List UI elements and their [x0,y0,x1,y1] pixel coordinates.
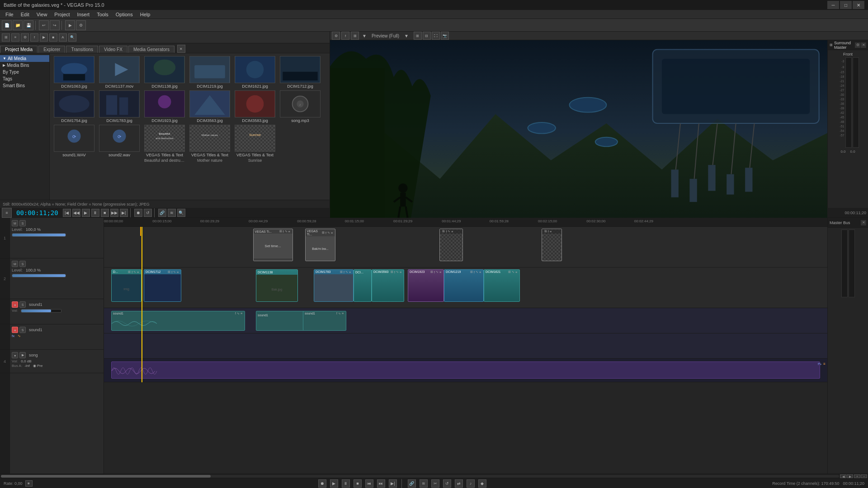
sb-play-btn[interactable]: ▶ [330,479,338,488]
menu-options[interactable]: Options [112,11,137,18]
clip-v2-9[interactable]: DCIM1621 ⊞ ∿ ≡ [484,269,520,301]
tab-video-fx[interactable]: Video FX [99,46,127,53]
clip-v2-6[interactable]: DCIM3583 ⊞ f ∿ ≡ [372,269,404,301]
preview-settings-btn[interactable]: ⚙ [332,32,340,40]
preview-dropdown[interactable]: ▼ [402,33,410,38]
sb-audio-btn[interactable]: ♪ [467,479,475,488]
sb-pause-btn[interactable]: ⏸ [342,479,350,488]
sb-sync-btn[interactable]: ⇄ [455,479,463,488]
sb-record-btn[interactable]: ⏺ [318,479,326,488]
track-a1-mute[interactable]: ● [12,301,18,308]
tree-item-media-bins[interactable]: ▶ Media Bins [0,62,49,69]
clip-titles-1[interactable]: VEGAS Ti... ⊞ f ∿ ≡ Set time... [253,229,293,261]
clip-checkered-2[interactable]: ⊞ f ≡ [542,229,562,261]
menu-file[interactable]: File [2,11,17,18]
surround-close-btn[interactable]: ✕ [861,42,866,48]
menu-insert[interactable]: Insert [74,11,94,18]
list-item[interactable]: ⟳ sound1.WAV [52,125,96,163]
tl-stop-btn[interactable]: ■ [101,209,109,217]
tl-zoom-in-btn[interactable]: 🔍 [177,209,185,217]
sb-prev-btn[interactable]: ⏮ [365,479,373,488]
list-item[interactable]: DCIM1137.mov [98,56,141,89]
clip-titles-2[interactable]: VEGAS Ti... ⊞ f ∿ ≡ Bak/m bw... [305,229,335,261]
sb-end-btn[interactable]: ▶| [389,479,397,488]
tl-snap-btn[interactable]: 🔗 [158,209,166,217]
list-item[interactable]: DCIM1138.jpg [143,56,186,89]
list-item[interactable]: ⟳ sound2.wav [98,125,141,163]
maximize-button[interactable]: □ [840,1,852,9]
media-zoom-btn[interactable]: 🔍 [68,33,76,42]
tab-transitions[interactable]: Transitions [66,46,98,53]
menu-help[interactable]: Help [137,11,154,18]
list-item[interactable]: DCIM1621.jpg [233,56,277,89]
list-item[interactable]: Sunrise VEGAS Titles & Text Sunrise [233,125,277,163]
sb-next-btn[interactable]: ⏭ [377,479,385,488]
media-list-btn[interactable]: ≡ [11,33,19,42]
tl-goto-start-btn[interactable]: |◀ [63,209,71,217]
tree-item-by-type[interactable]: By Type [0,69,49,75]
tree-item-smart-bins[interactable]: Smart Bins [0,82,49,89]
list-item[interactable]: DCIM1219.jpg [188,56,231,89]
tl-loop-btn[interactable]: ↺ [144,209,152,217]
track-v2-mute[interactable]: M [12,261,18,267]
minimize-button[interactable]: ─ [827,1,839,9]
menu-view[interactable]: View [33,11,51,18]
media-stop-btn[interactable]: ■ [49,33,57,42]
list-item[interactable]: DCIM1923.jpg [143,90,186,123]
master-bus-close[interactable]: ✕ [861,220,866,225]
tl-menu-btn[interactable]: ≡ [2,208,12,218]
preview-split-btn[interactable]: ⊟ [423,32,431,40]
menu-project[interactable]: Project [51,11,73,18]
list-item[interactable]: ♪ song.mp3 [278,90,322,123]
preview-fullscreen-btn[interactable]: ⛶ [432,32,440,40]
timeline-scroll-right[interactable]: ▶ [847,474,853,478]
sb-snap-btn[interactable]: 🔗 [408,479,416,488]
menu-tools[interactable]: Tools [93,11,112,18]
list-item[interactable]: DCIM1063.jpg [52,56,96,89]
track-v1-solo[interactable]: S [19,220,26,226]
timeline-scroll-thumb[interactable] [1,475,211,478]
level-v2-slider[interactable] [12,274,66,277]
clip-v2-8[interactable]: DCIM1219 ⊞ f ∿ ≡ [444,269,484,301]
render-button[interactable]: ▶ [65,20,75,30]
clip-v2-1[interactable]: D... ⊞ f ∿ ≡ img [111,269,142,301]
media-auto-btn[interactable]: A [59,33,67,42]
menu-edit[interactable]: Edit [17,11,33,18]
tl-pause-btn[interactable]: ⏸ [91,209,99,217]
timeline-zoom-out[interactable]: − [861,474,867,478]
tl-play-btn[interactable]: ▶ [82,209,90,217]
list-item[interactable]: Beautiful and destructive VEGAS Titles &… [143,125,186,163]
track-a1-vol-slider[interactable] [21,309,61,313]
surround-settings-btn[interactable]: ⚙ [855,42,860,48]
list-item[interactable]: DCIM1712.jpg [278,56,322,89]
list-item[interactable]: DCIM1783.jpg [98,90,141,123]
tree-item-all-media[interactable]: ▼ All Media [0,55,49,62]
timeline-zoom-in[interactable]: + [854,474,860,478]
sb-marker-btn[interactable]: ◆ [478,479,486,488]
tab-project-media[interactable]: Project Media [0,46,38,53]
preview-fx-btn[interactable]: f [341,32,349,40]
track-v2-solo[interactable]: S [19,261,26,267]
timeline-scrollbar[interactable]: ◀ ▶ + − [0,474,868,478]
status-btn[interactable]: ■ [25,480,33,487]
sb-trim-btn[interactable]: ✂ [431,479,439,488]
clip-v2-2[interactable]: DCIM1712 ⊞ f ∿ ≡ [144,269,181,301]
audio-clip-a1-2[interactable]: sound1 [256,311,310,331]
list-item[interactable]: DCIM3563.jpg [188,90,231,123]
media-fx-btn[interactable]: f [30,33,38,42]
track-a2-mute[interactable]: ● [12,327,18,333]
tab-explorer[interactable]: Explorer [38,46,65,53]
audio-clip-a1-1[interactable]: sound1 f ∿ ≡ [111,311,245,331]
open-button[interactable]: 📁 [13,20,23,30]
tl-prev-frame-btn[interactable]: ◀◀ [72,209,80,217]
media-view-btn[interactable]: ⊞ [2,33,10,42]
list-item[interactable]: Mother nature VEGAS Titles & Text Mother… [188,125,231,163]
save-button[interactable]: 💾 [24,20,33,30]
settings-button[interactable]: ⚙ [76,20,86,30]
tree-item-tags[interactable]: Tags [0,75,49,82]
preview-snap-btn[interactable]: 📷 [441,32,449,40]
sb-loop-btn[interactable]: ↺ [443,479,451,488]
tl-next-frame-btn[interactable]: ▶▶ [110,209,118,217]
media-play-btn[interactable]: ▶ [40,33,48,42]
media-settings-btn[interactable]: ⚙ [21,33,29,42]
